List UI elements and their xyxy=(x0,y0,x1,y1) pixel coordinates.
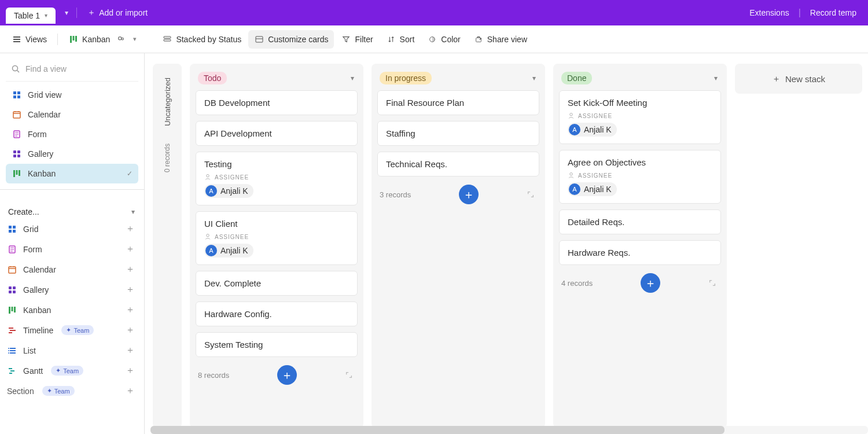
add-or-import-button[interactable]: ＋ Add or import xyxy=(82,4,153,21)
sidebar-view-calendar[interactable]: Calendar xyxy=(6,105,138,124)
card-title: Detailed Reqs. xyxy=(568,217,712,227)
expand-icon[interactable] xyxy=(345,371,355,379)
card[interactable]: Set Kick-Off Meeting ASSIGNEE AAnjali K xyxy=(559,90,721,144)
view-type-button[interactable]: Kanban ▾ xyxy=(62,30,142,49)
share-label: Share view xyxy=(487,35,527,44)
chevron-down-icon[interactable]: ▾ xyxy=(61,9,72,17)
add-card-button[interactable]: ＋ xyxy=(641,273,660,293)
form-icon xyxy=(7,244,17,255)
stacked-by-button[interactable]: Stacked by Status xyxy=(156,30,247,49)
sort-icon xyxy=(386,34,396,45)
avatar: A xyxy=(569,124,580,135)
create-calendar[interactable]: Calendar ＋ xyxy=(6,259,138,279)
customize-cards-button[interactable]: Customize cards xyxy=(248,30,334,49)
card[interactable]: DB Development xyxy=(196,90,358,115)
sparkle-icon: ✦ xyxy=(56,367,61,374)
plus-icon[interactable]: ＋ xyxy=(126,324,135,336)
plus-icon[interactable]: ＋ xyxy=(126,284,135,296)
avatar: A xyxy=(205,245,217,256)
team-badge: ✦ Team xyxy=(42,386,75,396)
record-template-button[interactable]: Record temp xyxy=(804,5,862,21)
card[interactable]: System Testing xyxy=(196,332,358,357)
svg-rect-45 xyxy=(13,286,16,289)
new-stack-button[interactable]: ＋ New stack xyxy=(735,64,862,94)
record-count: 4 records xyxy=(561,279,593,288)
sidebar-view-kanban[interactable]: Kanban ✓ xyxy=(6,164,138,183)
card[interactable]: Staffing xyxy=(377,121,539,146)
card-title: Testing xyxy=(204,159,349,169)
sidebar-view-grid[interactable]: Grid view xyxy=(6,85,138,105)
color-button[interactable]: Color xyxy=(421,30,466,49)
filter-label: Filter xyxy=(355,35,373,44)
divider xyxy=(76,8,77,18)
card[interactable]: Testing ASSIGNEE AAnjali K xyxy=(196,152,358,205)
card[interactable]: Final Resource Plan xyxy=(377,90,539,115)
svg-rect-30 xyxy=(16,170,18,175)
card-title: Agree on Objectives xyxy=(568,157,712,167)
card[interactable]: Agree on Objectives ASSIGNEE AAnjali K xyxy=(559,150,721,204)
share-icon xyxy=(473,34,484,45)
uncategorized-label: Uncategorized xyxy=(163,78,172,126)
extensions-button[interactable]: Extensions xyxy=(744,5,795,21)
add-card-button[interactable]: ＋ xyxy=(459,185,479,204)
sidebar-view-form[interactable]: Form xyxy=(6,124,138,144)
expand-icon[interactable] xyxy=(527,190,537,198)
create-form[interactable]: Form ＋ xyxy=(6,239,138,259)
card-title: Final Resource Plan xyxy=(386,98,531,108)
timeline-icon xyxy=(7,325,17,336)
create-list[interactable]: List ＋ xyxy=(6,340,138,361)
create-gallery[interactable]: Gallery ＋ xyxy=(6,279,138,300)
sort-button[interactable]: Sort xyxy=(380,30,421,49)
create-grid[interactable]: Grid ＋ xyxy=(6,219,138,239)
create-timeline[interactable]: Timeline ✦Team ＋ xyxy=(6,320,138,340)
svg-rect-62 xyxy=(9,373,12,374)
svg-rect-40 xyxy=(9,267,16,273)
table-tab[interactable]: Table 1 ▾ xyxy=(6,8,56,24)
plus-icon[interactable]: ＋ xyxy=(126,304,135,316)
svg-rect-0 xyxy=(70,36,72,43)
add-card-button[interactable]: ＋ xyxy=(277,365,297,385)
uncategorized-column[interactable]: Uncategorized 0 records xyxy=(153,64,182,428)
card[interactable]: Dev. Complete xyxy=(196,271,358,296)
svg-point-65 xyxy=(570,113,573,116)
card-title: Hardware Reqs. xyxy=(568,248,712,258)
card[interactable]: Technical Reqs. xyxy=(377,152,539,176)
create-kanban[interactable]: Kanban ＋ xyxy=(6,300,138,320)
card-icon xyxy=(254,34,264,45)
expand-icon[interactable] xyxy=(708,279,719,287)
svg-rect-15 xyxy=(13,95,16,98)
filter-button[interactable]: Filter xyxy=(335,30,378,49)
uncategorized-count: 0 records xyxy=(163,144,171,172)
plus-icon[interactable]: ＋ xyxy=(126,344,135,356)
chevron-down-icon[interactable]: ▾ xyxy=(714,74,718,82)
search-view-input[interactable]: Find a view xyxy=(6,59,138,79)
section-row[interactable]: Section ✦ Team ＋ xyxy=(6,381,138,401)
sidebar-view-gallery[interactable]: Gallery xyxy=(6,144,138,164)
create-label: Gantt xyxy=(23,366,43,376)
plus-icon[interactable]: ＋ xyxy=(126,243,135,255)
record-temp-label: Record temp xyxy=(810,8,856,17)
plus-icon[interactable]: ＋ xyxy=(126,263,135,275)
card[interactable]: Detailed Reqs. xyxy=(559,209,721,234)
plus-icon[interactable]: ＋ xyxy=(126,223,135,235)
card[interactable]: Hardware Reqs. xyxy=(559,240,721,265)
record-count: 8 records xyxy=(198,371,229,380)
team-badge: ✦Team xyxy=(51,366,83,376)
share-view-button[interactable]: Share view xyxy=(468,30,533,49)
card-title: System Testing xyxy=(204,340,349,350)
create-gantt[interactable]: Gantt ✦Team ＋ xyxy=(6,361,138,381)
divider: | xyxy=(799,8,801,18)
card[interactable]: API Development xyxy=(196,121,358,146)
views-menu-button[interactable]: Views xyxy=(6,30,53,49)
card-title: Staffing xyxy=(386,128,531,138)
svg-rect-48 xyxy=(9,307,10,314)
plus-icon[interactable]: ＋ xyxy=(126,365,135,377)
chevron-down-icon[interactable]: ▾ xyxy=(532,74,536,82)
card[interactable]: Hardware Config. xyxy=(196,301,358,326)
horizontal-scrollbar[interactable] xyxy=(150,426,868,434)
scrollbar-thumb[interactable] xyxy=(150,426,724,434)
plus-icon[interactable]: ＋ xyxy=(126,385,135,397)
chevron-down-icon[interactable]: ▾ xyxy=(351,74,354,82)
card[interactable]: UI Client ASSIGNEE AAnjali K xyxy=(196,211,358,265)
create-section-header[interactable]: Create... ▾ xyxy=(6,201,138,219)
